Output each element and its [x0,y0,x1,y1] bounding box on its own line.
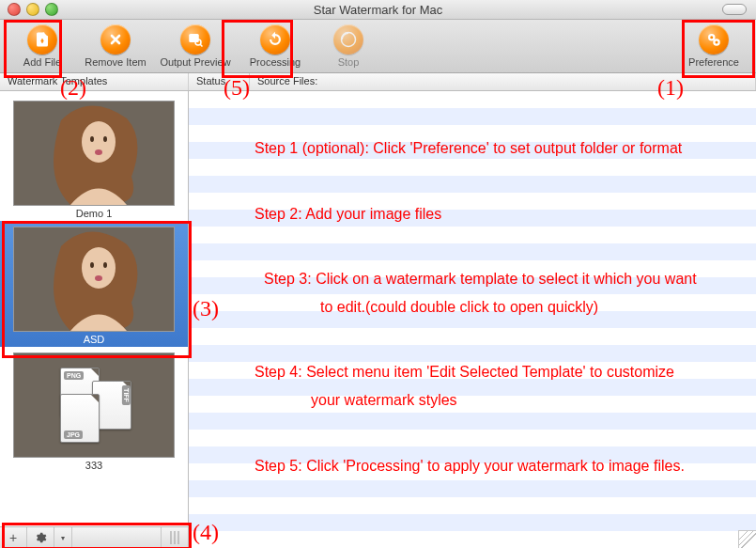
settings-button[interactable] [27,527,54,548]
template-label: ASD [84,334,105,345]
svg-point-11 [103,136,107,142]
remove-item-icon [100,24,131,55]
instructional-overlay: Step 1 (optional): Click 'Preference' to… [189,91,756,548]
template-item-selected[interactable]: ASD [0,221,188,347]
minimize-window-button[interactable] [26,3,39,16]
stop-icon [333,24,363,55]
col-status[interactable]: Status [189,73,250,90]
svg-point-10 [90,136,94,142]
remove-item-button[interactable]: Remove Item [79,20,152,72]
toolbar: Add File Remove Item Output Preview Proc… [0,20,756,73]
step-3-text-line1: Step 3: Click on a watermark template to… [255,269,737,290]
template-list[interactable]: Demo 1 [0,91,188,526]
output-preview-icon [180,24,210,55]
filetypes-icon: PNG TIFF JPG [56,368,131,443]
step-4-text-line1: Step 4: Select menu item 'Edit Selected … [255,362,737,383]
main-area[interactable]: Step 1 (optional): Click 'Preference' to… [189,91,756,548]
window-title: Star Watermark for Mac [0,3,756,17]
col-templates[interactable]: Watermark Templates [0,73,189,90]
svg-point-15 [82,247,116,289]
svg-point-17 [103,262,107,268]
titlebar: Star Watermark for Mac [0,0,756,20]
step-2-text: Step 2: Add your image files [255,204,737,225]
gear-icon [34,531,47,544]
grip-icon [170,531,179,544]
svg-point-18 [95,275,102,281]
processing-button[interactable]: Processing [239,20,312,72]
template-label: 333 [85,460,102,471]
sidebar-bottom-bar: + ▾ [0,526,188,548]
add-file-icon [27,24,57,55]
titlebar-pill-button[interactable] [722,4,747,15]
zoom-window-button[interactable] [45,3,58,16]
output-preview-label: Output Preview [160,56,230,68]
app-window: Star Watermark for Mac Add File Remove I… [0,0,756,548]
stop-button: Stop [312,20,385,72]
template-thumb: PNG TIFF JPG [13,352,175,458]
preference-button[interactable]: Preference [677,20,750,72]
svg-point-12 [95,149,102,155]
template-sidebar: Demo 1 [0,91,189,548]
traffic-lights [8,3,58,16]
svg-point-6 [716,41,718,44]
step-5-text: Step 5: Click 'Processing' to apply your… [255,456,737,477]
template-item[interactable]: Demo 1 [0,95,188,221]
output-preview-button[interactable]: Output Preview [152,20,239,72]
step-1-text: Step 1 (optional): Click 'Preference' to… [255,138,737,159]
column-headers: Watermark Templates Status Source Files: [0,73,756,91]
processing-icon [260,24,290,55]
processing-label: Processing [250,56,301,68]
svg-rect-0 [189,34,199,42]
preference-label: Preference [688,56,739,68]
svg-point-4 [710,36,713,39]
portrait-thumb-icon [14,227,174,331]
svg-point-16 [90,262,94,268]
template-thumb [13,227,175,332]
template-item[interactable]: PNG TIFF JPG 333 [0,347,188,473]
step-3-text-line2: to edit.(could double click to open quic… [255,297,737,318]
add-file-label: Add File [23,56,61,68]
body: Demo 1 [0,91,756,548]
remove-item-label: Remove Item [85,56,146,68]
add-file-button[interactable]: Add File [6,20,79,72]
svg-point-9 [82,121,116,163]
col-source[interactable]: Source Files: [250,73,756,90]
stop-label: Stop [338,56,360,68]
preference-icon [699,24,729,55]
close-window-button[interactable] [8,3,21,16]
step-4-text-line2: your watermark styles [255,390,737,411]
dropdown-button[interactable]: ▾ [54,527,72,548]
resize-grip[interactable] [161,527,188,548]
add-template-button[interactable]: + [0,527,27,548]
portrait-thumb-icon [14,102,174,205]
template-thumb [13,101,175,206]
template-label: Demo 1 [76,208,113,219]
window-resize-grip[interactable] [738,530,756,548]
